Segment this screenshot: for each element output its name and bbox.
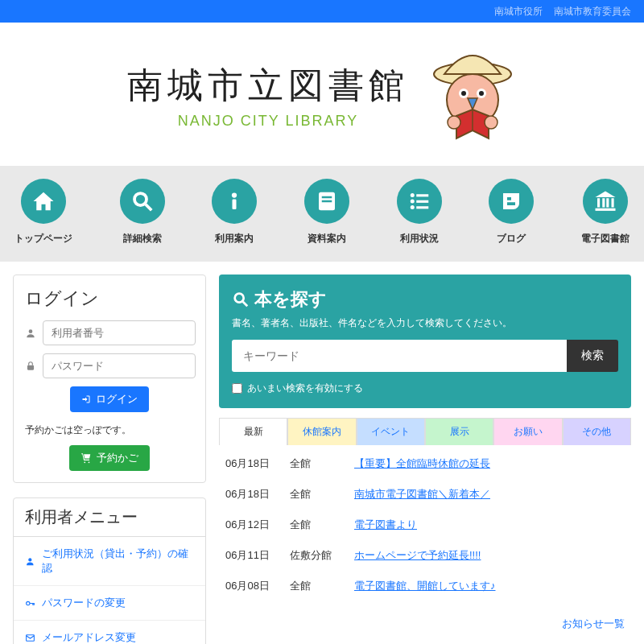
svg-point-10 [134,193,147,205]
svg-point-8 [448,116,460,129]
table-row: 06月18日全館南城市電子図書館＼新着本／ [219,479,631,510]
nav-label: 電子図書館 [581,232,630,246]
fuzzy-search-toggle[interactable]: あいまい検索を有効にする [232,382,618,395]
login-title: ログイン [25,287,194,311]
main-content: ログイン ログイン 予約かごは空っぽです。 予約かご [0,262,644,644]
password-input[interactable] [43,353,196,378]
search-input[interactable] [232,340,567,372]
menu-item-status[interactable]: ご利用状況（貸出・予約）の確認 [14,537,205,586]
logo-jp: 南城市立図書館 [127,62,409,109]
news-tabs: 最新 休館案内 イベント 展示 お願い その他 [219,418,631,445]
nav-guide[interactable]: 利用案内 [212,179,257,246]
svg-rect-18 [416,194,428,196]
svg-rect-30 [27,365,34,369]
news-link[interactable]: ホームページで予約延長!!!! [354,549,481,561]
svg-point-12 [232,192,237,197]
svg-point-33 [28,558,31,561]
svg-line-11 [145,204,151,211]
login-button[interactable]: ログイン [70,386,149,412]
news-link[interactable]: 電子図書より [354,518,417,530]
svg-point-19 [410,200,414,204]
search-desc: 書名、著者名、出版社、件名などを入力して検索してください。 [232,316,618,330]
topbar: 南城市役所 南城市教育委員会 [0,0,644,23]
svg-point-32 [89,461,90,463]
svg-point-36 [235,294,244,303]
cart-empty-text: 予約かごは空っぽです。 [25,423,194,437]
svg-rect-13 [233,200,237,210]
tab-request[interactable]: お願い [493,418,562,445]
svg-rect-22 [416,206,428,208]
tab-other[interactable]: その他 [563,418,631,445]
table-row: 06月08日全館電子図書館、開館しています♪ [219,571,631,601]
cart-button[interactable]: 予約かご [69,445,150,471]
news-link[interactable]: 南城市電子図書館＼新着本／ [354,488,490,500]
sidebar: ログイン ログイン 予約かごは空っぽです。 予約かご [13,275,206,644]
user-icon [25,556,35,567]
tab-latest[interactable]: 最新 [219,418,287,445]
tab-closure[interactable]: 休館案内 [287,418,356,445]
mail-icon [25,633,35,643]
news-table: 06月18日全館【重要】全館臨時休館の延長 06月18日全館南城市電子図書館＼新… [219,448,631,601]
logo: 南城市立図書館 NANJO CITY LIBRARY [127,62,409,130]
svg-marker-23 [595,192,615,198]
nav-status[interactable]: 利用状況 [397,179,442,246]
svg-rect-28 [595,208,615,211]
cart-icon [80,452,92,464]
tab-event[interactable]: イベント [357,418,425,445]
tab-exhibit[interactable]: 展示 [425,418,493,445]
logo-en: NANJO CITY LIBRARY [127,113,409,130]
login-arrow-icon [81,394,91,404]
mascot-icon [428,43,517,148]
table-row: 06月18日全館【重要】全館臨時休館の延長 [219,448,631,479]
svg-rect-15 [322,196,332,199]
search-icon [232,291,250,308]
nav-elibrary[interactable]: 電子図書館 [581,179,630,246]
nav-materials[interactable]: 資料案内 [304,179,349,246]
svg-rect-27 [611,198,613,207]
nav-home[interactable]: トップページ [14,179,72,246]
user-menu-title: 利用者メニュー [14,498,205,537]
svg-point-31 [84,461,85,463]
nav-label: 利用状況 [400,232,439,246]
menu-item-email[interactable]: メールアドレス変更 [14,621,205,644]
key-icon [25,598,35,609]
nav-blog[interactable]: ブログ [489,179,534,246]
user-input[interactable] [43,320,196,345]
menu-item-password[interactable]: パスワードの変更 [14,586,205,621]
nav-label: 詳細検索 [123,232,162,246]
nav-label: ブログ [497,232,526,246]
lock-icon [25,361,36,372]
content: 本を探す 書名、著者名、出版社、件名などを入力して検索してください。 検索 あい… [219,275,631,644]
svg-rect-16 [322,200,332,203]
news-link[interactable]: 【重要】全館臨時休館の延長 [354,457,490,469]
topbar-link-cityhall[interactable]: 南城市役所 [494,5,543,19]
search-icon [120,179,165,224]
table-row: 06月12日全館電子図書より [219,510,631,540]
search-button[interactable]: 検索 [567,340,618,372]
svg-point-29 [29,329,33,333]
news-link[interactable]: 電子図書館、開館しています♪ [354,580,496,592]
nav-label: トップページ [14,232,72,246]
svg-rect-24 [597,198,600,207]
library-icon [583,179,628,224]
topbar-link-education[interactable]: 南城市教育委員会 [554,5,631,19]
news-more: お知らせ一覧 [219,601,631,636]
info-icon [212,179,257,224]
blog-icon [489,179,534,224]
svg-point-21 [410,205,414,209]
user-icon [25,328,36,339]
svg-rect-26 [606,198,609,207]
svg-rect-20 [416,200,428,203]
svg-point-17 [410,193,414,197]
fuzzy-checkbox[interactable] [232,383,242,394]
svg-point-3 [461,91,466,96]
nav-label: 利用案内 [215,232,254,246]
svg-point-9 [485,116,497,129]
svg-point-5 [479,91,484,96]
news-more-link[interactable]: お知らせ一覧 [562,617,625,630]
svg-rect-25 [602,198,605,207]
book-icon [304,179,349,224]
list-icon [397,179,442,224]
main-nav: トップページ 詳細検索 利用案内 資料案内 利用状況 ブログ 電子図書館 [0,166,644,262]
nav-search[interactable]: 詳細検索 [120,179,165,246]
